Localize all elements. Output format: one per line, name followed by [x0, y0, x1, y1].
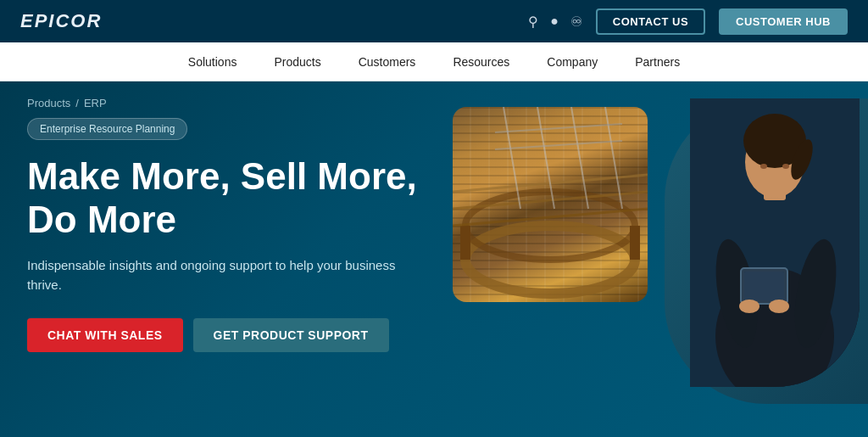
top-bar: EPICOR ⚲ ● ♾ CONTACT US CUSTOMER HUB — [0, 0, 868, 42]
svg-point-27 — [739, 300, 760, 313]
nav-item-partners[interactable]: Partners — [616, 42, 698, 81]
svg-rect-26 — [744, 272, 784, 300]
breadcrumb-separator: / — [75, 97, 79, 109]
logo: EPICOR — [20, 10, 102, 32]
conveyor-svg — [453, 107, 648, 302]
main-nav: Solutions Products Customers Resources C… — [0, 42, 868, 81]
breadcrumb-parent[interactable]: Products — [27, 97, 70, 109]
svg-point-23 — [782, 164, 789, 169]
hero-section: Products / ERP Enterprise Resource Plann… — [0, 81, 868, 437]
breadcrumb-current: ERP — [84, 97, 107, 109]
svg-point-22 — [760, 164, 767, 169]
nav-item-products[interactable]: Products — [255, 42, 339, 81]
person-image — [690, 98, 860, 387]
conveyor-image — [453, 107, 648, 302]
hero-badge: Enterprise Resource Planning — [27, 118, 187, 140]
svg-point-28 — [769, 300, 789, 313]
svg-line-12 — [495, 141, 622, 149]
top-right-controls: ⚲ ● ♾ CONTACT US CUSTOMER HUB — [528, 8, 848, 35]
hero-image-area — [427, 81, 868, 437]
chat-with-sales-button[interactable]: CHAT WITH SALES — [27, 318, 183, 352]
search-icon[interactable]: ⚲ — [528, 14, 538, 30]
nav-item-company[interactable]: Company — [528, 42, 616, 81]
get-product-support-button[interactable]: GET PRODUCT SUPPORT — [193, 318, 389, 352]
globe-icon[interactable]: ● — [550, 14, 559, 29]
accessibility-icon[interactable]: ♾ — [570, 14, 582, 30]
nav-item-resources[interactable]: Resources — [434, 42, 528, 81]
person-svg — [690, 98, 860, 387]
nav-item-customers[interactable]: Customers — [340, 42, 435, 81]
customer-hub-button[interactable]: CUSTOMER HUB — [719, 8, 848, 35]
hero-title: Make More, Sell More, Do More — [27, 155, 451, 241]
contact-us-button[interactable]: CONTACT US — [596, 8, 705, 35]
utility-icons: ⚲ ● ♾ — [528, 14, 582, 30]
svg-line-11 — [495, 124, 622, 132]
hero-subtitle: Indispensable insights and ongoing suppo… — [27, 256, 409, 294]
nav-item-solutions[interactable]: Solutions — [170, 42, 256, 81]
